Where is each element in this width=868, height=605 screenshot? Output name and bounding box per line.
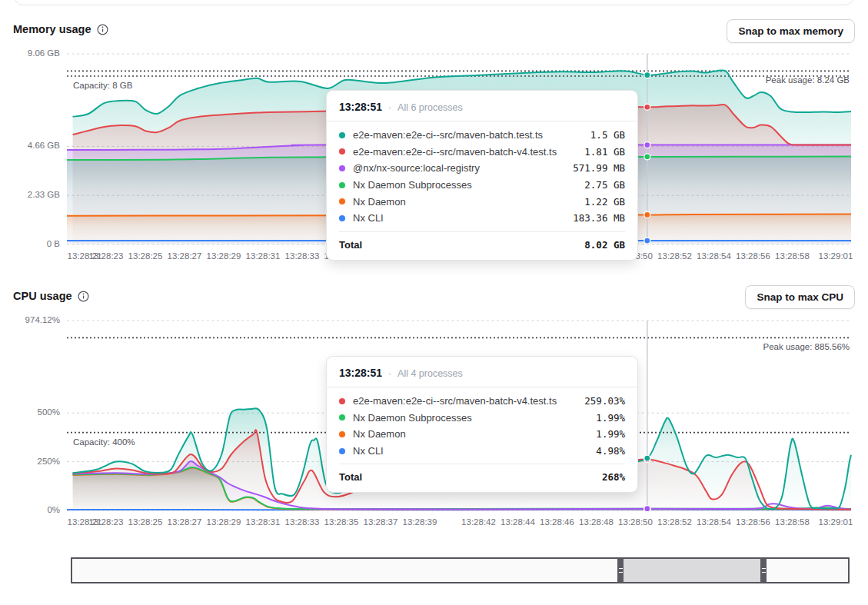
series-color-dot: [339, 414, 345, 421]
tooltip-row: e2e-maven:e2e-ci--src/maven-batch-v4.tes…: [339, 393, 625, 410]
process-name: Nx CLI: [353, 445, 384, 457]
tooltip-header: 13:28:51 · All 6 processes: [327, 91, 637, 121]
x-axis-tick-label: 13:29:01: [813, 517, 859, 527]
cpu-tooltip: 13:28:51 · All 4 processes e2e-maven:e2e…: [326, 356, 638, 493]
series-color-dot: [339, 215, 345, 221]
x-axis-tick-label: 13:28:58: [770, 251, 816, 261]
memory-usage-title: Memory usage: [13, 23, 91, 35]
y-axis-tick-label: 0 B: [0, 239, 60, 248]
y-axis-tick-label: 500%: [0, 407, 60, 417]
process-value: 1.99%: [596, 428, 625, 440]
series-color-dot: [339, 448, 345, 454]
process-value: 2.75 GB: [584, 179, 625, 191]
tooltip-time: 13:28:51: [339, 367, 382, 379]
x-axis-tick-label: 13:29:01: [813, 251, 859, 261]
process-value: 571.99 MB: [573, 162, 625, 174]
brush-handle-right[interactable]: [760, 559, 767, 582]
process-value: 1.22 GB: [584, 196, 625, 208]
series-color-dot: [339, 165, 345, 171]
tooltip-header: 13:28:51 · All 4 processes: [327, 357, 637, 387]
series-color-dot: [339, 198, 345, 204]
process-name: e2e-maven:e2e-ci--src/maven-batch-v4.tes…: [353, 146, 557, 158]
process-name: Nx Daemon Subprocesses: [353, 412, 472, 424]
memory-section-header: Memory usage: [13, 23, 108, 35]
tooltip-separator: ·: [388, 368, 391, 379]
tooltip-row: e2e-maven:e2e-ci--src/maven-batch.test.t…: [339, 127, 625, 144]
process-name: Nx CLI: [353, 212, 384, 224]
tooltip-total-row: Total 8.02 GB: [339, 231, 625, 260]
snap-to-max-cpu-button[interactable]: Snap to max CPU: [745, 285, 855, 309]
grip-icon: [619, 568, 623, 573]
cpu-usage-title: CPU usage: [13, 290, 72, 302]
cpu-section-header: CPU usage: [13, 290, 89, 302]
process-name: Nx Daemon: [353, 428, 406, 440]
grip-icon: [762, 568, 766, 573]
tooltip-row: Nx CLI 183.36 MB: [339, 210, 625, 227]
total-label: Total: [339, 239, 362, 251]
process-name: @nx/nx-source:local-registry: [353, 162, 480, 174]
y-axis-tick-label: 2.33 GB: [0, 190, 60, 199]
process-name: e2e-maven:e2e-ci--src/maven-batch.test.t…: [353, 129, 543, 141]
process-name: Nx Daemon: [353, 196, 406, 208]
x-axis-tick-label: 13:28:58: [770, 517, 816, 527]
tooltip-row: e2e-maven:e2e-ci--src/maven-batch-v4.tes…: [339, 144, 625, 161]
total-label: Total: [339, 471, 362, 483]
tooltip-separator: ·: [388, 102, 391, 113]
tooltip-row: Nx Daemon 1.99%: [339, 426, 625, 443]
top-panel-bottom-edge: [14, 0, 854, 5]
y-axis-tick-label: 0%: [0, 505, 60, 514]
series-color-dot: [339, 431, 345, 437]
snap-to-max-memory-button[interactable]: Snap to max memory: [727, 19, 855, 43]
tooltip-row: @nx/nx-source:local-registry 571.99 MB: [339, 160, 625, 177]
tooltip-total-row: Total 268%: [339, 464, 625, 492]
tooltip-time: 13:28:51: [339, 101, 382, 113]
series-color-dot: [339, 182, 345, 188]
process-value: 259.03%: [584, 395, 625, 407]
process-value: 1.5 GB: [590, 129, 625, 141]
process-value: 183.36 MB: [573, 212, 625, 224]
tooltip-row: Nx Daemon 1.22 GB: [339, 193, 625, 210]
process-value: 4.98%: [596, 445, 625, 457]
tooltip-rows: e2e-maven:e2e-ci--src/maven-batch.test.t…: [327, 121, 637, 228]
x-axis-tick-label: 13:28:39: [397, 517, 443, 527]
y-axis-tick-label: 4.66 GB: [0, 141, 60, 150]
process-name: Nx Daemon Subprocesses: [353, 179, 472, 191]
process-name: e2e-maven:e2e-ci--src/maven-batch-v4.tes…: [353, 395, 557, 407]
y-axis-tick-label: 9.06 GB: [0, 48, 60, 58]
total-value: 268%: [602, 471, 625, 483]
series-color-dot: [339, 398, 345, 404]
timeline-brush-track[interactable]: [71, 557, 850, 583]
tooltip-subtitle: All 6 processes: [397, 102, 463, 113]
tooltip-row: Nx Daemon Subprocesses 1.99%: [339, 410, 625, 427]
info-icon[interactable]: [78, 291, 89, 302]
process-value: 1.99%: [596, 412, 625, 424]
info-icon[interactable]: [97, 24, 108, 35]
tooltip-subtitle: All 4 processes: [397, 368, 463, 379]
tooltip-rows: e2e-maven:e2e-ci--src/maven-batch-v4.tes…: [327, 387, 637, 460]
process-value: 1.81 GB: [584, 146, 625, 158]
y-axis-tick-label: 974.12%: [0, 315, 60, 324]
brush-handle-left[interactable]: [617, 559, 624, 582]
series-color-dot: [339, 148, 345, 155]
brush-selection[interactable]: [624, 559, 760, 582]
total-value: 8.02 GB: [584, 239, 625, 251]
tooltip-row: Nx CLI 4.98%: [339, 443, 625, 460]
series-color-dot: [339, 132, 345, 138]
tooltip-row: Nx Daemon Subprocesses 2.75 GB: [339, 177, 625, 194]
y-axis-tick-label: 250%: [0, 457, 60, 466]
memory-tooltip: 13:28:51 · All 6 processes e2e-maven:e2e…: [326, 90, 638, 261]
